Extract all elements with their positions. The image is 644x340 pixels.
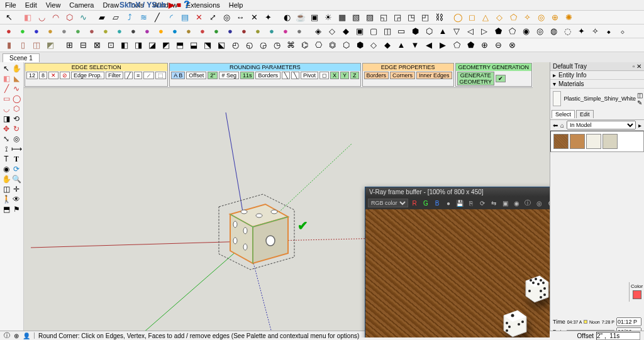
- ball10-icon[interactable]: ●: [127, 25, 140, 38]
- op20-icon[interactable]: ⏣: [326, 39, 338, 52]
- op12-icon[interactable]: ⬕: [215, 39, 228, 52]
- op8-icon[interactable]: ◩: [160, 39, 172, 52]
- pivot-lbl[interactable]: Pivot: [301, 72, 318, 79]
- vfb-lens-icon[interactable]: ◎: [534, 198, 544, 208]
- lt-dim-icon[interactable]: ⟼: [11, 144, 21, 154]
- cross2-icon[interactable]: ✕: [248, 11, 260, 24]
- shape2-icon[interactable]: ◻: [465, 11, 478, 24]
- op18-icon[interactable]: ⌬: [298, 39, 311, 52]
- solid11-icon[interactable]: ▽: [450, 25, 463, 38]
- drag-icon[interactable]: ↔: [234, 11, 247, 24]
- op10-icon[interactable]: ⬓: [187, 39, 200, 52]
- pivot-square-icon[interactable]: ◻: [319, 72, 329, 79]
- solid2-icon[interactable]: ◇: [326, 25, 338, 38]
- lt-rect-icon[interactable]: ▭: [1, 94, 11, 104]
- mat-wood2[interactable]: [570, 134, 585, 149]
- sun-icon[interactable]: ☀: [322, 11, 335, 24]
- menu-edit[interactable]: Edit: [25, 1, 37, 9]
- ep-borders[interactable]: Borders: [364, 72, 389, 79]
- mat-home-icon[interactable]: ⌂: [560, 122, 564, 129]
- vfb-r[interactable]: R: [409, 198, 419, 208]
- lt-eraser-icon[interactable]: ◧: [1, 74, 11, 84]
- op13-icon[interactable]: ◴: [229, 39, 242, 52]
- vfb-mono-icon[interactable]: ●: [443, 198, 453, 208]
- menu-camera[interactable]: Camera: [69, 1, 94, 9]
- lt-tag-icon[interactable]: ⚑: [11, 204, 21, 214]
- solid22-icon[interactable]: ⬥: [602, 25, 615, 38]
- solid17-icon[interactable]: ◎: [533, 25, 546, 38]
- ball15-icon[interactable]: ●: [196, 25, 209, 38]
- sf4-icon[interactable]: ⬚: [155, 72, 166, 79]
- lt-text-icon[interactable]: T: [1, 154, 11, 164]
- cube2-icon[interactable]: ◲: [391, 11, 404, 24]
- gen-check-icon[interactable]: ✔: [496, 75, 506, 82]
- lt-select-icon[interactable]: ↖: [1, 63, 11, 74]
- op30-icon[interactable]: ⬟: [464, 39, 477, 52]
- lt-walk-icon[interactable]: 🚶: [1, 194, 11, 204]
- op33-icon[interactable]: ⊗: [506, 39, 518, 52]
- vfb-g[interactable]: G: [421, 198, 431, 208]
- vfb-copy-icon[interactable]: ⎘: [466, 198, 476, 208]
- mat-back-icon[interactable]: ⬅: [553, 122, 558, 129]
- lt-line-icon[interactable]: ╱: [1, 84, 11, 94]
- entity-info-label[interactable]: Entity Info: [558, 72, 586, 79]
- cube3-icon[interactable]: ◳: [405, 11, 418, 24]
- num-8[interactable]: 8: [39, 72, 47, 79]
- sb-i1-icon[interactable]: ⓘ: [4, 331, 10, 340]
- mat-wood[interactable]: [553, 134, 569, 149]
- op9-icon[interactable]: ⬒: [174, 39, 186, 52]
- select-tool-icon[interactable]: ↖: [3, 11, 15, 24]
- menu-draw[interactable]: Draw: [103, 1, 119, 9]
- ball6-icon[interactable]: ●: [72, 25, 84, 38]
- op1-icon[interactable]: ⊞: [63, 39, 75, 52]
- ball8-icon[interactable]: ●: [99, 25, 112, 38]
- menu-view[interactable]: View: [46, 1, 61, 9]
- op28-icon[interactable]: ▶: [436, 39, 449, 52]
- link-icon[interactable]: ⛓: [433, 11, 445, 24]
- ep-inner[interactable]: Inner Edges: [416, 72, 452, 79]
- arc3-icon[interactable]: ◜: [165, 11, 177, 24]
- op27-icon[interactable]: ◀: [423, 39, 435, 52]
- mat-library-select[interactable]: In Model: [567, 121, 636, 129]
- lt-offset-icon[interactable]: ◎: [11, 134, 21, 144]
- op19-icon[interactable]: ⎔: [312, 39, 325, 52]
- ball12-icon[interactable]: ●: [155, 25, 167, 38]
- solid21-icon[interactable]: ✧: [589, 25, 601, 38]
- menu-extensions[interactable]: Extensions: [186, 1, 220, 9]
- op25-icon[interactable]: ▲: [395, 39, 408, 52]
- shape1-icon[interactable]: ◯: [452, 11, 464, 24]
- lt-zoom-icon[interactable]: 🔍: [11, 174, 21, 184]
- ball7-icon[interactable]: ●: [86, 25, 98, 38]
- solid8-icon[interactable]: ⬢: [409, 25, 421, 38]
- materials-label[interactable]: Materials: [558, 80, 584, 87]
- ep-corners[interactable]: Corners: [390, 72, 415, 79]
- sb-i2-icon[interactable]: ⊕: [14, 332, 19, 339]
- mat-create-icon[interactable]: ◫: [637, 92, 643, 99]
- menu-help[interactable]: Help: [229, 1, 243, 9]
- profile2-icon[interactable]: ╲: [291, 72, 299, 79]
- cube4-icon[interactable]: ◰: [419, 11, 431, 24]
- validate-check-icon[interactable]: ✔: [297, 218, 308, 233]
- select-tab[interactable]: Select: [552, 110, 575, 118]
- diag-icon[interactable]: ⤢: [206, 11, 219, 24]
- ball11-icon[interactable]: ●: [141, 25, 153, 38]
- lt-poly-icon[interactable]: ⬡: [11, 104, 21, 114]
- shape7-icon[interactable]: ◎: [535, 11, 547, 24]
- edge-filter[interactable]: Filter: [106, 72, 123, 79]
- lt-follow-icon[interactable]: ⟲: [11, 114, 21, 124]
- record-icon[interactable]: ■: [177, 1, 181, 9]
- lt-orbit-icon[interactable]: ⟳: [11, 164, 21, 174]
- offset-val[interactable]: 2": [208, 72, 218, 79]
- layers-icon[interactable]: ▤: [179, 11, 191, 24]
- lt-3dtext-icon[interactable]: 𝐓: [11, 154, 21, 164]
- solid13-icon[interactable]: ▷: [478, 25, 491, 38]
- op22-icon[interactable]: ⬢: [353, 39, 366, 52]
- box1-icon[interactable]: ▮: [3, 39, 15, 52]
- target-icon[interactable]: ◎: [220, 11, 233, 24]
- solid3-icon[interactable]: ◆: [340, 25, 352, 38]
- camera2-icon[interactable]: ▣: [308, 11, 321, 24]
- line-icon[interactable]: ╱: [151, 11, 164, 24]
- lt-plane-icon[interactable]: ◫: [1, 184, 11, 194]
- ball19-icon[interactable]: ●: [252, 25, 264, 38]
- ab-chip[interactable]: A B: [171, 72, 185, 79]
